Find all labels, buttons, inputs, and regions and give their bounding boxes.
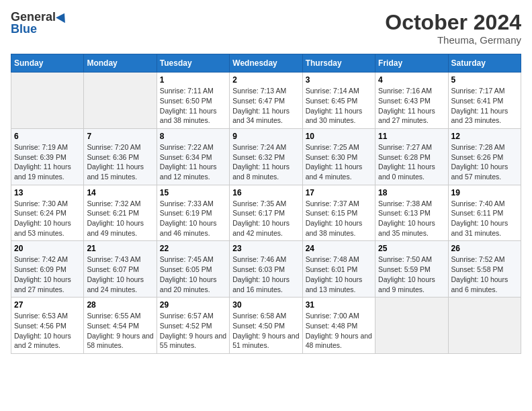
day-number: 14 <box>87 188 153 197</box>
calendar-cell: 14Sunrise: 7:32 AM Sunset: 6:21 PM Dayli… <box>84 185 157 241</box>
calendar-cell <box>11 73 84 129</box>
calendar-cell: 1Sunrise: 7:11 AM Sunset: 6:50 PM Daylig… <box>157 73 229 129</box>
day-info: Sunrise: 7:22 AM Sunset: 6:34 PM Dayligh… <box>160 142 226 182</box>
day-info: Sunrise: 7:33 AM Sunset: 6:19 PM Dayligh… <box>160 199 226 238</box>
day-info: Sunrise: 7:35 AM Sunset: 6:17 PM Dayligh… <box>232 199 299 238</box>
weekday-header-friday: Friday <box>375 54 448 73</box>
weekday-header-monday: Monday <box>84 54 157 73</box>
day-info: Sunrise: 7:42 AM Sunset: 6:09 PM Dayligh… <box>14 255 81 294</box>
calendar-cell: 6Sunrise: 7:19 AM Sunset: 6:39 PM Daylig… <box>11 128 84 185</box>
day-info: Sunrise: 7:13 AM Sunset: 6:47 PM Dayligh… <box>232 86 299 126</box>
calendar-cell: 24Sunrise: 7:48 AM Sunset: 6:01 PM Dayli… <box>302 241 375 298</box>
calendar-week-5: 27Sunrise: 6:53 AM Sunset: 4:56 PM Dayli… <box>11 298 521 354</box>
day-number: 29 <box>160 300 226 310</box>
logo-blue-text: Blue <box>11 23 37 35</box>
day-info: Sunrise: 7:38 AM Sunset: 6:13 PM Dayligh… <box>378 199 445 238</box>
calendar-cell: 27Sunrise: 6:53 AM Sunset: 4:56 PM Dayli… <box>11 298 84 354</box>
day-number: 12 <box>451 132 518 141</box>
day-info: Sunrise: 7:46 AM Sunset: 6:03 PM Dayligh… <box>232 255 299 294</box>
day-number: 6 <box>14 132 81 141</box>
day-number: 31 <box>306 300 372 310</box>
day-number: 20 <box>14 244 81 253</box>
day-number: 1 <box>160 75 226 85</box>
logo: General Blue <box>11 11 68 35</box>
day-info: Sunrise: 7:20 AM Sunset: 6:36 PM Dayligh… <box>87 142 153 182</box>
day-info: Sunrise: 7:40 AM Sunset: 6:11 PM Dayligh… <box>451 199 518 238</box>
title-block: October 2024 Theuma, Germany <box>385 11 521 46</box>
calendar-week-2: 6Sunrise: 7:19 AM Sunset: 6:39 PM Daylig… <box>11 128 521 185</box>
day-info: Sunrise: 7:28 AM Sunset: 6:26 PM Dayligh… <box>451 142 518 182</box>
calendar-cell: 16Sunrise: 7:35 AM Sunset: 6:17 PM Dayli… <box>230 185 302 241</box>
day-info: Sunrise: 7:43 AM Sunset: 6:07 PM Dayligh… <box>87 255 153 294</box>
day-info: Sunrise: 7:45 AM Sunset: 6:05 PM Dayligh… <box>160 255 226 294</box>
day-info: Sunrise: 7:52 AM Sunset: 5:58 PM Dayligh… <box>451 255 518 294</box>
calendar-cell: 7Sunrise: 7:20 AM Sunset: 6:36 PM Daylig… <box>84 128 157 185</box>
calendar-cell: 4Sunrise: 7:16 AM Sunset: 6:43 PM Daylig… <box>375 73 448 129</box>
calendar-cell: 11Sunrise: 7:27 AM Sunset: 6:28 PM Dayli… <box>375 128 448 185</box>
weekday-header-thursday: Thursday <box>302 54 375 73</box>
calendar-cell: 18Sunrise: 7:38 AM Sunset: 6:13 PM Dayli… <box>375 185 448 241</box>
day-number: 10 <box>306 132 372 141</box>
day-info: Sunrise: 7:30 AM Sunset: 6:24 PM Dayligh… <box>14 199 81 238</box>
calendar-cell: 10Sunrise: 7:25 AM Sunset: 6:30 PM Dayli… <box>302 128 375 185</box>
calendar-week-4: 20Sunrise: 7:42 AM Sunset: 6:09 PM Dayli… <box>11 241 521 298</box>
calendar-week-1: 1Sunrise: 7:11 AM Sunset: 6:50 PM Daylig… <box>11 73 521 129</box>
logo-triangle-icon <box>56 11 69 23</box>
day-info: Sunrise: 7:11 AM Sunset: 6:50 PM Dayligh… <box>160 86 226 126</box>
weekday-header-wednesday: Wednesday <box>230 54 302 73</box>
calendar-cell: 17Sunrise: 7:37 AM Sunset: 6:15 PM Dayli… <box>302 185 375 241</box>
calendar-week-3: 13Sunrise: 7:30 AM Sunset: 6:24 PM Dayli… <box>11 185 521 241</box>
calendar-cell: 21Sunrise: 7:43 AM Sunset: 6:07 PM Dayli… <box>84 241 157 298</box>
day-number: 24 <box>306 244 372 253</box>
day-info: Sunrise: 7:14 AM Sunset: 6:45 PM Dayligh… <box>306 86 372 126</box>
day-number: 18 <box>378 188 445 197</box>
calendar-cell: 23Sunrise: 7:46 AM Sunset: 6:03 PM Dayli… <box>230 241 302 298</box>
day-number: 9 <box>232 132 299 141</box>
calendar-cell: 30Sunrise: 6:58 AM Sunset: 4:50 PM Dayli… <box>230 298 302 354</box>
calendar-cell: 20Sunrise: 7:42 AM Sunset: 6:09 PM Dayli… <box>11 241 84 298</box>
day-info: Sunrise: 7:19 AM Sunset: 6:39 PM Dayligh… <box>14 142 81 182</box>
day-number: 4 <box>378 75 445 85</box>
day-number: 27 <box>14 300 81 310</box>
calendar-cell: 26Sunrise: 7:52 AM Sunset: 5:58 PM Dayli… <box>448 241 521 298</box>
location-subtitle: Theuma, Germany <box>385 34 521 46</box>
day-number: 11 <box>378 132 445 141</box>
day-number: 5 <box>451 75 518 85</box>
day-info: Sunrise: 7:50 AM Sunset: 5:59 PM Dayligh… <box>378 255 445 294</box>
day-number: 23 <box>232 244 299 253</box>
day-info: Sunrise: 6:57 AM Sunset: 4:52 PM Dayligh… <box>160 311 226 351</box>
day-info: Sunrise: 6:58 AM Sunset: 4:50 PM Dayligh… <box>232 311 299 351</box>
calendar-cell <box>84 73 157 129</box>
calendar-cell: 19Sunrise: 7:40 AM Sunset: 6:11 PM Dayli… <box>448 185 521 241</box>
calendar-cell: 8Sunrise: 7:22 AM Sunset: 6:34 PM Daylig… <box>157 128 229 185</box>
day-number: 13 <box>14 188 81 197</box>
day-number: 26 <box>451 244 518 253</box>
calendar-cell: 5Sunrise: 7:17 AM Sunset: 6:41 PM Daylig… <box>448 73 521 129</box>
calendar-table: SundayMondayTuesdayWednesdayThursdayFrid… <box>11 54 521 354</box>
calendar-cell: 31Sunrise: 7:00 AM Sunset: 4:48 PM Dayli… <box>302 298 375 354</box>
day-info: Sunrise: 6:53 AM Sunset: 4:56 PM Dayligh… <box>14 311 81 351</box>
day-info: Sunrise: 6:55 AM Sunset: 4:54 PM Dayligh… <box>87 311 153 351</box>
page-header: General Blue October 2024 Theuma, German… <box>11 11 521 46</box>
day-number: 7 <box>87 132 153 141</box>
weekday-header-row: SundayMondayTuesdayWednesdayThursdayFrid… <box>11 54 521 73</box>
day-info: Sunrise: 7:25 AM Sunset: 6:30 PM Dayligh… <box>306 142 372 182</box>
day-number: 8 <box>160 132 226 141</box>
day-number: 16 <box>232 188 299 197</box>
calendar-cell: 12Sunrise: 7:28 AM Sunset: 6:26 PM Dayli… <box>448 128 521 185</box>
day-number: 21 <box>87 244 153 253</box>
weekday-header-saturday: Saturday <box>448 54 521 73</box>
calendar-cell: 29Sunrise: 6:57 AM Sunset: 4:52 PM Dayli… <box>157 298 229 354</box>
day-number: 17 <box>306 188 372 197</box>
day-info: Sunrise: 7:48 AM Sunset: 6:01 PM Dayligh… <box>306 255 372 294</box>
calendar-cell <box>448 298 521 354</box>
calendar-cell: 22Sunrise: 7:45 AM Sunset: 6:05 PM Dayli… <box>157 241 229 298</box>
calendar-cell: 13Sunrise: 7:30 AM Sunset: 6:24 PM Dayli… <box>11 185 84 241</box>
day-info: Sunrise: 7:24 AM Sunset: 6:32 PM Dayligh… <box>232 142 299 182</box>
day-number: 15 <box>160 188 226 197</box>
day-info: Sunrise: 7:17 AM Sunset: 6:41 PM Dayligh… <box>451 86 518 126</box>
weekday-header-tuesday: Tuesday <box>157 54 229 73</box>
day-number: 19 <box>451 188 518 197</box>
calendar-cell: 9Sunrise: 7:24 AM Sunset: 6:32 PM Daylig… <box>230 128 302 185</box>
day-info: Sunrise: 7:37 AM Sunset: 6:15 PM Dayligh… <box>306 199 372 238</box>
